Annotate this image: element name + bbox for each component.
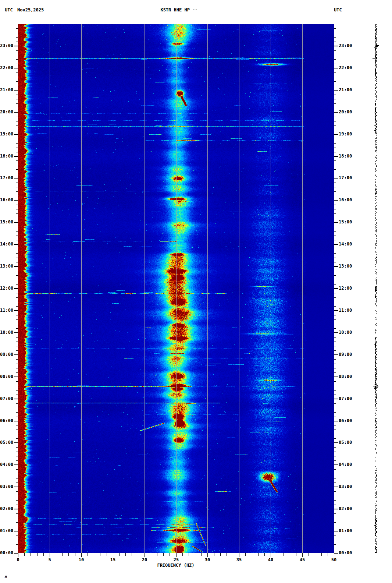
x-minor-tick — [62, 553, 63, 556]
y-minor-tick-left — [16, 395, 18, 395]
corner-mark: .M — [3, 576, 7, 579]
y-minor-tick-left — [16, 108, 18, 108]
y-major-tick-right — [334, 222, 338, 223]
y-minor-tick-right — [334, 315, 336, 315]
x-minor-tick — [252, 553, 252, 556]
x-minor-tick — [220, 553, 221, 556]
y-minor-tick-right — [334, 536, 336, 536]
y-minor-tick-right — [334, 513, 336, 514]
y-major-tick-left — [14, 399, 18, 399]
y-minor-tick-left — [16, 324, 18, 324]
y-minor-tick-right — [334, 456, 336, 456]
y-tick-label-right: 01:00 — [339, 528, 355, 533]
y-tick-label-right: 16:00 — [339, 197, 355, 202]
y-minor-tick-right — [334, 99, 336, 99]
y-minor-tick-right — [334, 160, 336, 161]
y-major-tick-right — [334, 421, 338, 421]
x-minor-tick — [258, 553, 259, 556]
y-major-tick-left — [14, 288, 18, 289]
y-minor-tick-right — [334, 342, 336, 342]
y-minor-tick-left — [16, 297, 18, 298]
y-tick-label-right: 09:00 — [339, 352, 355, 357]
y-tick-label-left: 16:00 — [0, 197, 13, 202]
y-minor-tick-left — [16, 169, 18, 170]
y-minor-tick-right — [334, 191, 336, 192]
y-tick-label-left: 11:00 — [0, 308, 13, 313]
x-major-tick — [302, 553, 303, 557]
y-minor-tick-left — [16, 536, 18, 536]
y-minor-tick-right — [334, 73, 336, 73]
y-minor-tick-right — [334, 231, 336, 232]
y-minor-tick-left — [16, 205, 18, 205]
y-tick-label-right: 10:00 — [339, 330, 355, 335]
y-tick-label-right: 03:00 — [339, 484, 355, 489]
y-minor-tick-right — [334, 95, 336, 95]
y-minor-tick-left — [16, 408, 18, 408]
y-minor-tick-left — [16, 337, 18, 338]
y-minor-tick-right — [334, 328, 336, 329]
y-tick-label-left: 20:00 — [0, 109, 13, 114]
y-minor-tick-left — [16, 196, 18, 196]
x-minor-tick — [296, 553, 296, 556]
y-minor-tick-right — [334, 42, 336, 42]
y-minor-tick-left — [16, 417, 18, 417]
y-minor-tick-right — [334, 297, 336, 298]
y-minor-tick-left — [16, 549, 18, 549]
y-minor-tick-right — [334, 108, 336, 108]
y-minor-tick-left — [16, 86, 18, 86]
y-minor-tick-left — [16, 522, 18, 523]
x-tick-label: 35 — [232, 557, 246, 562]
utc-label-right: UTC — [334, 7, 342, 13]
y-minor-tick-right — [334, 262, 336, 262]
y-tick-label-left: 22:00 — [0, 65, 13, 70]
y-minor-tick-left — [16, 143, 18, 144]
y-minor-tick-left — [16, 191, 18, 192]
y-minor-tick-right — [334, 81, 336, 82]
y-tick-label-right: 12:00 — [339, 286, 355, 291]
y-tick-label-right: 23:00 — [339, 43, 355, 48]
x-tick-label: 50 — [327, 557, 341, 562]
y-minor-tick-right — [334, 236, 336, 236]
y-major-tick-left — [14, 68, 18, 68]
y-minor-tick-left — [16, 213, 18, 214]
y-minor-tick-right — [334, 368, 336, 368]
x-minor-tick — [125, 553, 126, 556]
y-minor-tick-left — [16, 540, 18, 540]
x-major-tick — [239, 553, 239, 557]
x-minor-tick — [315, 553, 315, 556]
y-minor-tick-left — [16, 77, 18, 77]
y-minor-tick-left — [16, 139, 18, 139]
y-major-tick-left — [14, 487, 18, 487]
y-major-tick-right — [334, 244, 338, 245]
x-minor-tick — [151, 553, 151, 556]
y-minor-tick-right — [334, 527, 336, 527]
y-minor-tick-right — [334, 324, 336, 324]
x-minor-tick — [75, 553, 75, 556]
x-tick-label: 10 — [74, 557, 89, 562]
x-minor-tick — [277, 553, 277, 556]
y-major-tick-left — [14, 421, 18, 421]
y-major-tick-left — [14, 442, 18, 443]
y-minor-tick-left — [16, 95, 18, 95]
y-minor-tick-right — [334, 187, 336, 187]
y-minor-tick-right — [334, 130, 336, 130]
y-minor-tick-right — [334, 196, 336, 196]
y-minor-tick-left — [16, 152, 18, 152]
y-minor-tick-left — [16, 160, 18, 161]
y-minor-tick-left — [16, 430, 18, 430]
y-major-tick-right — [334, 531, 338, 531]
y-tick-label-right: 00:00 — [339, 550, 355, 555]
y-minor-tick-right — [334, 337, 336, 338]
y-minor-tick-right — [334, 64, 336, 64]
y-minor-tick-right — [334, 469, 336, 470]
x-minor-tick — [119, 553, 120, 556]
y-minor-tick-right — [334, 59, 336, 60]
y-minor-tick-left — [16, 103, 18, 104]
x-minor-tick — [309, 553, 309, 556]
x-minor-tick — [68, 553, 69, 556]
spectrogram-canvas — [18, 24, 334, 553]
y-minor-tick-left — [16, 452, 18, 452]
x-minor-tick — [132, 553, 132, 556]
y-minor-tick-right — [334, 50, 336, 51]
x-minor-tick — [107, 553, 107, 556]
